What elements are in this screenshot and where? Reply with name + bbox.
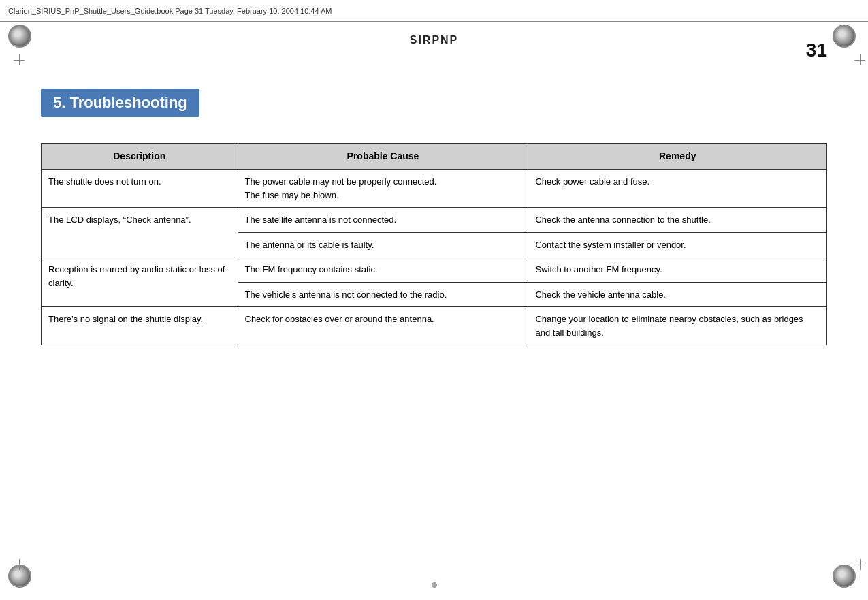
cause-cell: The satellite antenna is not connected. [238,208,528,233]
col-header-remedy: Remedy [528,144,827,170]
table-row: There’s no signal on the shuttle display… [42,307,827,345]
top-bar: Clarion_SIRIUS_PnP_Shuttle_Users_Guide.b… [0,0,868,22]
section-heading: 5. Troubleshooting [41,89,199,117]
troubleshooting-table: Description Probable Cause Remedy The sh… [41,143,827,345]
remedy-cell: Contact the system installer or vendor. [528,232,827,257]
center-dot [432,582,437,588]
table-row: The LCD displays, “Check antenna”. The s… [42,208,827,233]
remedy-cell: Change your location to eliminate nearby… [528,307,827,345]
cause-cell: The antenna or its cable is faulty. [238,232,528,257]
ornate-mark-tl [8,25,31,48]
corner-decoration-tl [8,25,35,52]
table-header-row: Description Probable Cause Remedy [42,144,827,170]
ornate-mark-tr [833,25,856,48]
top-bar-text: Clarion_SIRIUS_PnP_Shuttle_Users_Guide.b… [8,7,332,15]
remedy-cell: Check power cable and fuse. [528,170,827,208]
remedy-cell: Check the antenna connection to the shut… [528,208,827,233]
cause-cell: The vehicle’s antenna is not connected t… [238,282,528,307]
ornate-mark-br [833,565,856,588]
cause-cell: The power cable may not be properly conn… [238,170,528,208]
brand-name: SIRPNP [410,34,459,46]
remedy-cell: Switch to another FM frequency. [528,257,827,283]
description-cell: Reception is marred by audio static or l… [42,257,238,307]
cause-cell: The FM frequency contains static. [238,257,528,283]
col-header-description: Description [42,144,238,170]
page-number: 31 [806,40,827,61]
description-cell: The shuttle does not turn on. [42,170,238,208]
table-row: The shuttle does not turn on. The power … [42,170,827,208]
corner-decoration-tr [833,25,860,52]
description-cell: The LCD displays, “Check antenna”. [42,208,238,257]
col-header-cause: Probable Cause [238,144,528,170]
remedy-cell: Check the vehicle antenna cable. [528,282,827,307]
description-cell: There’s no signal on the shuttle display… [42,307,238,345]
cause-cell: Check for obstacles over or around the a… [238,307,528,345]
table-row: Reception is marred by audio static or l… [42,257,827,283]
